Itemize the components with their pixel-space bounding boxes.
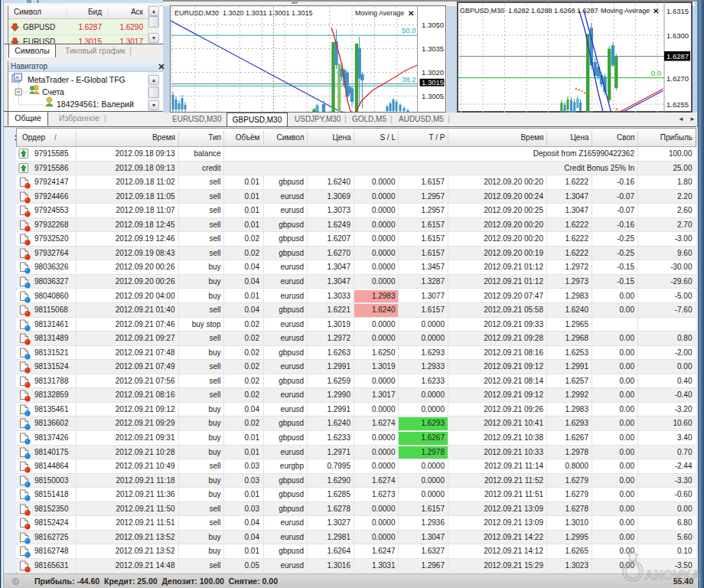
svg-text:38.2: 38.2 [402,75,416,83]
svg-text:1.3020: 1.3020 [422,68,444,77]
svg-text:1.3015: 1.3015 [422,78,444,87]
svg-text:GBPUSD,M30 1.6282 1.6288 1.62: GBPUSD,M30 1.6282 1.6288 1.6268 1.6287 [460,7,598,15]
svg-text:1.3035: 1.3035 [422,44,444,53]
svg-text:1.6315: 1.6315 [667,7,689,15]
svg-text:1.6270: 1.6270 [667,74,689,83]
svg-text:ANOVKA: ANOVKA [644,568,701,583]
svg-text:✕: ✕ [408,9,414,18]
svg-text:Moving Average: Moving Average [601,7,650,15]
svg-text:1.3050: 1.3050 [422,21,444,29]
svg-text:0.0: 0.0 [651,69,661,77]
svg-text:EURUSD,M30 1.3020 1.3031 1.30: EURUSD,M30 1.3020 1.3031 1.3001 1.3015 [174,9,313,17]
svg-text:Moving Average: Moving Average [355,9,404,17]
svg-text:1.6255: 1.6255 [667,100,689,109]
svg-text:1.6300: 1.6300 [667,31,689,40]
svg-text:1.3005: 1.3005 [422,92,444,100]
svg-text:✕: ✕ [653,7,659,15]
svg-text:50.0: 50.0 [402,26,416,34]
svg-text:1.6287: 1.6287 [667,52,689,60]
